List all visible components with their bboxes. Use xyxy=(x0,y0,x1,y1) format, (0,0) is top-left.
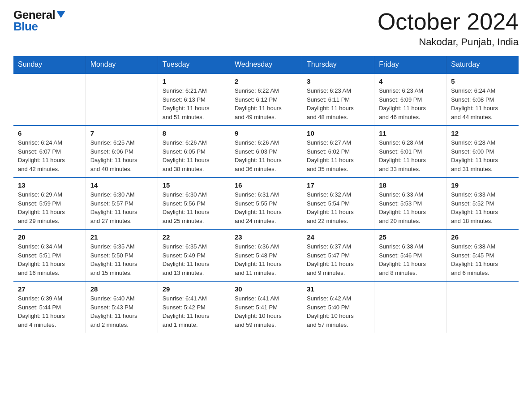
day-number: 21 xyxy=(90,233,153,241)
day-info: Sunrise: 6:30 AMSunset: 5:56 PMDaylight:… xyxy=(163,190,225,225)
day-number: 19 xyxy=(451,181,514,189)
day-number: 15 xyxy=(163,181,225,189)
page-header: General Blue October 2024 Nakodar, Punja… xyxy=(13,9,519,48)
day-info: Sunrise: 6:34 AMSunset: 5:51 PMDaylight:… xyxy=(18,242,81,277)
day-info: Sunrise: 6:30 AMSunset: 5:57 PMDaylight:… xyxy=(90,190,153,225)
day-number: 26 xyxy=(451,233,514,241)
day-info: Sunrise: 6:40 AMSunset: 5:43 PMDaylight:… xyxy=(90,294,153,329)
title-block: October 2024 Nakodar, Punjab, India xyxy=(378,9,519,48)
day-info: Sunrise: 6:26 AMSunset: 6:05 PMDaylight:… xyxy=(163,138,225,173)
calendar-day-cell: 4Sunrise: 6:23 AMSunset: 6:09 PMDaylight… xyxy=(374,73,446,125)
calendar-day-cell: 12Sunrise: 6:28 AMSunset: 6:00 PMDayligh… xyxy=(446,125,519,177)
day-info: Sunrise: 6:39 AMSunset: 5:44 PMDaylight:… xyxy=(18,294,81,329)
calendar-week-row: 13Sunrise: 6:29 AMSunset: 5:59 PMDayligh… xyxy=(13,177,519,229)
day-number: 31 xyxy=(307,285,369,293)
calendar-day-cell: 8Sunrise: 6:26 AMSunset: 6:05 PMDaylight… xyxy=(158,125,230,177)
day-of-week-header: Sunday xyxy=(13,56,86,73)
day-number: 30 xyxy=(235,285,297,293)
calendar-day-cell: 11Sunrise: 6:28 AMSunset: 6:01 PMDayligh… xyxy=(374,125,446,177)
calendar-day-cell: 23Sunrise: 6:36 AMSunset: 5:48 PMDayligh… xyxy=(230,229,302,281)
day-info: Sunrise: 6:25 AMSunset: 6:06 PMDaylight:… xyxy=(90,138,153,173)
calendar-day-cell: 14Sunrise: 6:30 AMSunset: 5:57 PMDayligh… xyxy=(86,177,158,229)
calendar-day-cell: 31Sunrise: 6:42 AMSunset: 5:40 PMDayligh… xyxy=(302,281,374,333)
calendar-day-cell xyxy=(13,73,86,125)
logo: General Blue xyxy=(13,9,65,32)
calendar-day-cell: 27Sunrise: 6:39 AMSunset: 5:44 PMDayligh… xyxy=(13,281,86,333)
day-info: Sunrise: 6:31 AMSunset: 5:55 PMDaylight:… xyxy=(235,190,297,225)
calendar-day-cell: 2Sunrise: 6:22 AMSunset: 6:12 PMDaylight… xyxy=(230,73,302,125)
day-number: 23 xyxy=(235,233,297,241)
day-info: Sunrise: 6:23 AMSunset: 6:11 PMDaylight:… xyxy=(307,86,369,121)
day-of-week-header: Monday xyxy=(86,56,158,73)
calendar-day-cell: 28Sunrise: 6:40 AMSunset: 5:43 PMDayligh… xyxy=(86,281,158,333)
day-info: Sunrise: 6:38 AMSunset: 5:46 PMDaylight:… xyxy=(379,242,442,277)
day-info: Sunrise: 6:33 AMSunset: 5:52 PMDaylight:… xyxy=(451,190,514,225)
calendar-day-cell: 29Sunrise: 6:41 AMSunset: 5:42 PMDayligh… xyxy=(158,281,230,333)
page-title: October 2024 xyxy=(378,9,519,34)
calendar-day-cell: 3Sunrise: 6:23 AMSunset: 6:11 PMDaylight… xyxy=(302,73,374,125)
day-info: Sunrise: 6:22 AMSunset: 6:12 PMDaylight:… xyxy=(235,86,297,121)
day-of-week-header: Friday xyxy=(374,56,446,73)
day-info: Sunrise: 6:27 AMSunset: 6:02 PMDaylight:… xyxy=(307,138,369,173)
page-subtitle: Nakodar, Punjab, India xyxy=(378,36,519,48)
calendar-day-cell: 26Sunrise: 6:38 AMSunset: 5:45 PMDayligh… xyxy=(446,229,519,281)
day-info: Sunrise: 6:42 AMSunset: 5:40 PMDaylight:… xyxy=(307,294,369,329)
calendar-week-row: 20Sunrise: 6:34 AMSunset: 5:51 PMDayligh… xyxy=(13,229,519,281)
day-info: Sunrise: 6:38 AMSunset: 5:45 PMDaylight:… xyxy=(451,242,514,277)
day-number: 3 xyxy=(307,77,369,85)
calendar-day-cell: 10Sunrise: 6:27 AMSunset: 6:02 PMDayligh… xyxy=(302,125,374,177)
day-number: 7 xyxy=(90,129,153,137)
day-info: Sunrise: 6:24 AMSunset: 6:07 PMDaylight:… xyxy=(18,138,81,173)
day-number: 1 xyxy=(163,77,225,85)
day-number: 5 xyxy=(451,77,514,85)
calendar-day-cell: 20Sunrise: 6:34 AMSunset: 5:51 PMDayligh… xyxy=(13,229,86,281)
calendar-day-cell: 16Sunrise: 6:31 AMSunset: 5:55 PMDayligh… xyxy=(230,177,302,229)
calendar-week-row: 27Sunrise: 6:39 AMSunset: 5:44 PMDayligh… xyxy=(13,281,519,333)
day-info: Sunrise: 6:28 AMSunset: 6:00 PMDaylight:… xyxy=(451,138,514,173)
calendar-day-cell xyxy=(446,281,519,333)
calendar-day-cell: 7Sunrise: 6:25 AMSunset: 6:06 PMDaylight… xyxy=(86,125,158,177)
day-info: Sunrise: 6:35 AMSunset: 5:50 PMDaylight:… xyxy=(90,242,153,277)
calendar-day-cell xyxy=(374,281,446,333)
calendar-day-cell: 9Sunrise: 6:26 AMSunset: 6:03 PMDaylight… xyxy=(230,125,302,177)
day-info: Sunrise: 6:41 AMSunset: 5:41 PMDaylight:… xyxy=(235,294,297,329)
calendar-day-cell: 1Sunrise: 6:21 AMSunset: 6:13 PMDaylight… xyxy=(158,73,230,125)
calendar-day-cell: 6Sunrise: 6:24 AMSunset: 6:07 PMDaylight… xyxy=(13,125,86,177)
day-number: 2 xyxy=(235,77,297,85)
day-of-week-header: Thursday xyxy=(302,56,374,73)
day-info: Sunrise: 6:32 AMSunset: 5:54 PMDaylight:… xyxy=(307,190,369,225)
calendar-day-cell: 13Sunrise: 6:29 AMSunset: 5:59 PMDayligh… xyxy=(13,177,86,229)
day-info: Sunrise: 6:28 AMSunset: 6:01 PMDaylight:… xyxy=(379,138,442,173)
day-info: Sunrise: 6:24 AMSunset: 6:08 PMDaylight:… xyxy=(451,86,514,121)
day-number: 4 xyxy=(379,77,442,85)
calendar-week-row: 6Sunrise: 6:24 AMSunset: 6:07 PMDaylight… xyxy=(13,125,519,177)
calendar-day-cell xyxy=(86,73,158,125)
day-info: Sunrise: 6:23 AMSunset: 6:09 PMDaylight:… xyxy=(379,86,442,121)
calendar-day-cell: 21Sunrise: 6:35 AMSunset: 5:50 PMDayligh… xyxy=(86,229,158,281)
day-number: 20 xyxy=(18,233,81,241)
calendar-day-cell: 18Sunrise: 6:33 AMSunset: 5:53 PMDayligh… xyxy=(374,177,446,229)
day-of-week-header: Saturday xyxy=(446,56,519,73)
day-info: Sunrise: 6:26 AMSunset: 6:03 PMDaylight:… xyxy=(235,138,297,173)
day-number: 8 xyxy=(163,129,225,137)
day-number: 29 xyxy=(163,285,225,293)
calendar-day-cell: 17Sunrise: 6:32 AMSunset: 5:54 PMDayligh… xyxy=(302,177,374,229)
day-number: 14 xyxy=(90,181,153,189)
day-number: 6 xyxy=(18,129,81,137)
day-info: Sunrise: 6:37 AMSunset: 5:47 PMDaylight:… xyxy=(307,242,369,277)
day-info: Sunrise: 6:29 AMSunset: 5:59 PMDaylight:… xyxy=(18,190,81,225)
calendar-day-cell: 30Sunrise: 6:41 AMSunset: 5:41 PMDayligh… xyxy=(230,281,302,333)
day-number: 24 xyxy=(307,233,369,241)
calendar-day-cell: 22Sunrise: 6:35 AMSunset: 5:49 PMDayligh… xyxy=(158,229,230,281)
day-info: Sunrise: 6:21 AMSunset: 6:13 PMDaylight:… xyxy=(163,86,225,121)
day-number: 12 xyxy=(451,129,514,137)
day-number: 22 xyxy=(163,233,225,241)
day-number: 16 xyxy=(235,181,297,189)
calendar-day-cell: 5Sunrise: 6:24 AMSunset: 6:08 PMDaylight… xyxy=(446,73,519,125)
day-number: 13 xyxy=(18,181,81,189)
day-number: 10 xyxy=(307,129,369,137)
day-number: 25 xyxy=(379,233,442,241)
logo-blue-text: Blue xyxy=(13,21,38,32)
day-info: Sunrise: 6:33 AMSunset: 5:53 PMDaylight:… xyxy=(379,190,442,225)
day-info: Sunrise: 6:41 AMSunset: 5:42 PMDaylight:… xyxy=(163,294,225,329)
